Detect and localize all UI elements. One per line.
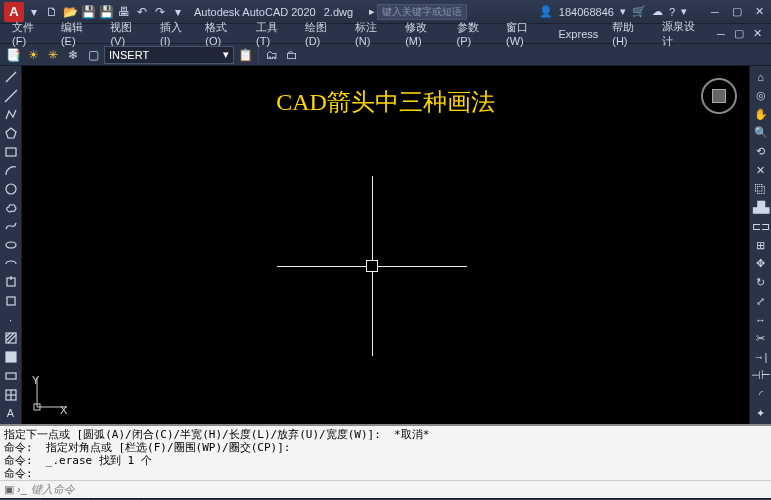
menu-file[interactable]: 文件(F) — [6, 18, 53, 49]
menu-tools[interactable]: 工具(T) — [250, 18, 297, 49]
svg-rect-14 — [6, 373, 16, 379]
break-tool[interactable]: ⊣⊢ — [752, 367, 770, 385]
menu-view[interactable]: 视图(V) — [104, 18, 152, 49]
circle-tool[interactable] — [2, 180, 20, 198]
menu-draw[interactable]: 绘图(D) — [299, 18, 347, 49]
erase-tool[interactable]: ✕ — [752, 161, 770, 179]
layer-properties-icon[interactable]: 📑 — [4, 46, 22, 64]
svg-line-12 — [8, 335, 16, 343]
menu-express[interactable]: Express — [553, 26, 605, 42]
fillet-tool[interactable]: ◜ — [752, 386, 770, 404]
layer-previous-icon[interactable]: 🗂 — [263, 46, 281, 64]
revision-cloud-tool[interactable] — [2, 199, 20, 217]
command-input[interactable]: ▣ ›_ 键入命令 — [0, 480, 771, 498]
polyline-tool[interactable] — [2, 105, 20, 123]
command-placeholder: 键入命令 — [31, 482, 75, 497]
insert-block-tool[interactable] — [2, 274, 20, 292]
ellipse-tool[interactable] — [2, 236, 20, 254]
draw-toolbar: · A — [0, 66, 22, 424]
construction-line-tool[interactable] — [2, 87, 20, 105]
ucs-y-label: Y — [32, 374, 39, 386]
line-tool[interactable] — [2, 68, 20, 86]
appstore-icon[interactable]: 🛒 — [632, 5, 646, 18]
layer-walk-icon[interactable]: 🗀 — [283, 46, 301, 64]
close-button[interactable]: ✕ — [751, 5, 767, 19]
menu-yuanquan[interactable]: 源泉设计 — [656, 17, 711, 51]
point-tool[interactable]: · — [2, 311, 20, 329]
workspace: · A CAD箭头中三种画法 Y X ⌂ ◎ ✋ 🔍 ⟲ ✕ ⿻ ▟▙ ⊏⊐ ⊞… — [0, 66, 771, 424]
arc-tool[interactable] — [2, 161, 20, 179]
menu-bar: 文件(F) 编辑(E) 视图(V) 插入(I) 格式(O) 工具(T) 绘图(D… — [0, 24, 771, 44]
menu-dimension[interactable]: 标注(N) — [349, 18, 397, 49]
doc-restore-button[interactable]: ▢ — [731, 27, 747, 41]
signin-icon[interactable]: 👤 — [539, 5, 553, 18]
mirror-tool[interactable]: ▟▙ — [752, 199, 770, 217]
gradient-tool[interactable] — [2, 348, 20, 366]
menu-window[interactable]: 窗口(W) — [500, 18, 550, 49]
svg-point-4 — [6, 184, 16, 194]
menu-format[interactable]: 格式(O) — [199, 18, 248, 49]
explode-tool[interactable]: ✦ — [752, 404, 770, 422]
copy-tool[interactable]: ⿻ — [752, 180, 770, 198]
viewcube-icon — [712, 89, 726, 103]
svg-line-1 — [5, 90, 17, 102]
toolbar-separator — [258, 47, 259, 63]
spline-tool[interactable] — [2, 218, 20, 236]
user-id[interactable]: 184068846 — [559, 6, 614, 18]
doc-close-button[interactable]: ✕ — [749, 27, 765, 41]
hatch-tool[interactable] — [2, 330, 20, 348]
layer-swatch-icon[interactable]: ▢ — [84, 46, 102, 64]
layer-state-2-icon[interactable]: ✳ — [44, 46, 62, 64]
file-name: 2.dwg — [324, 6, 353, 18]
polygon-tool[interactable] — [2, 124, 20, 142]
scale-tool[interactable]: ⤢ — [752, 292, 770, 310]
layer-match-icon[interactable]: 📋 — [236, 46, 254, 64]
stretch-tool[interactable]: ↔ — [752, 311, 770, 329]
menu-help[interactable]: 帮助(H) — [606, 18, 654, 49]
nav-home-icon[interactable]: ⌂ — [752, 68, 770, 86]
make-block-tool[interactable] — [2, 292, 20, 310]
layer-freeze-icon[interactable]: ❄ — [64, 46, 82, 64]
crosshair-pickbox — [366, 260, 378, 272]
mtext-tool[interactable]: A — [2, 404, 20, 422]
navigation-compass[interactable] — [701, 78, 737, 114]
orbit-icon[interactable]: ⟲ — [752, 143, 770, 161]
menu-modify[interactable]: 修改(M) — [399, 18, 448, 49]
restore-button[interactable]: ▢ — [729, 5, 745, 19]
svg-rect-3 — [6, 148, 16, 156]
svg-rect-13 — [6, 352, 16, 362]
svg-marker-2 — [6, 128, 16, 138]
zoom-extents-icon[interactable]: 🔍 — [752, 124, 770, 142]
user-dropdown-icon[interactable]: ▾ — [620, 5, 626, 18]
svg-rect-8 — [7, 297, 15, 305]
menu-insert[interactable]: 插入(I) — [154, 18, 197, 49]
nav-wheel-icon[interactable]: ◎ — [752, 87, 770, 105]
rotate-tool[interactable]: ↻ — [752, 274, 770, 292]
svg-point-5 — [6, 242, 16, 248]
ellipse-arc-tool[interactable] — [2, 255, 20, 273]
layer-state-1-icon[interactable]: ☀ — [24, 46, 42, 64]
chevron-down-icon: ▾ — [223, 48, 229, 61]
extend-tool[interactable]: →| — [752, 348, 770, 366]
doc-minimize-button[interactable]: ─ — [713, 27, 729, 41]
svg-rect-9 — [6, 333, 16, 343]
region-tool[interactable] — [2, 367, 20, 385]
trim-tool[interactable]: ✂ — [752, 330, 770, 348]
menu-edit[interactable]: 编辑(E) — [55, 18, 103, 49]
ucs-x-label: X — [60, 404, 67, 416]
move-tool[interactable]: ✥ — [752, 255, 770, 273]
offset-tool[interactable]: ⊏⊐ — [752, 218, 770, 236]
table-tool[interactable] — [2, 386, 20, 404]
array-tool[interactable]: ⊞ — [752, 236, 770, 254]
layer-dropdown[interactable]: INSERT ▾ — [104, 46, 234, 64]
pan-icon[interactable]: ✋ — [752, 105, 770, 123]
svg-line-0 — [6, 72, 16, 82]
drawing-canvas[interactable]: CAD箭头中三种画法 Y X — [22, 66, 749, 424]
svg-line-11 — [6, 333, 14, 341]
current-layer-name: INSERT — [109, 49, 149, 61]
command-history[interactable]: 指定下一点或 [圆弧(A)/闭合(C)/半宽(H)/长度(L)/放弃(U)/宽度… — [0, 424, 771, 480]
rectangle-tool[interactable] — [2, 143, 20, 161]
app-title: Autodesk AutoCAD 2020 — [194, 6, 316, 18]
command-prompt-icon: ▣ ›_ — [4, 483, 27, 496]
menu-parametric[interactable]: 参数(P) — [451, 18, 499, 49]
